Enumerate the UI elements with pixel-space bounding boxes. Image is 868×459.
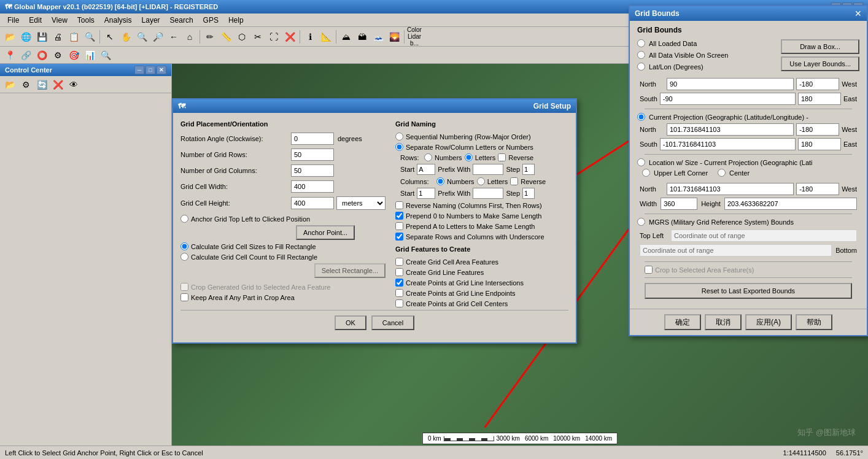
anchor-radio1-input[interactable] (180, 215, 188, 223)
cp-btn3[interactable]: 🔄 (34, 77, 49, 92)
create-pts-centers-check[interactable] (395, 299, 403, 307)
proj-east-input[interactable] (798, 138, 841, 150)
cols-input[interactable] (291, 164, 334, 177)
cancel-button[interactable]: Cancel (371, 315, 414, 330)
loc-west-input[interactable] (796, 183, 839, 195)
zoom-out-btn[interactable]: 🔎 (150, 29, 165, 44)
cp-btn4[interactable]: ❌ (50, 77, 65, 92)
print-btn[interactable]: 🖨 (50, 29, 65, 44)
grid-bounds-close-btn[interactable]: ✕ (854, 9, 862, 18)
select-rect-btn[interactable]: Select Rectangle... (314, 263, 386, 278)
unit-select[interactable]: meters feet km (336, 196, 386, 210)
zoom-in-btn[interactable]: 🔍 (134, 29, 149, 44)
latlon-radio[interactable] (637, 63, 645, 71)
gb-apply-btn[interactable]: 应用(A) (745, 314, 792, 330)
anchor-point-btn[interactable]: Anchor Point... (296, 225, 355, 240)
terrain3-btn[interactable]: 🗻 (371, 29, 386, 44)
cp-btn1[interactable]: 📂 (2, 77, 17, 92)
rows-reverse-check[interactable] (498, 153, 506, 161)
terrain2-btn[interactable]: 🏔 (355, 29, 370, 44)
separate-check[interactable] (395, 233, 403, 241)
line-btn[interactable]: 📏 (219, 29, 233, 44)
cols-numbers-radio[interactable] (436, 177, 444, 185)
toolbar-btn5[interactable]: 📋 (66, 29, 81, 44)
prepend0-check[interactable] (395, 212, 403, 220)
menu-gps[interactable]: GPS (198, 15, 223, 26)
tb2-4[interactable]: ⚙ (50, 48, 65, 63)
toolbar-btn6[interactable]: 🔍 (82, 29, 97, 44)
center-radio[interactable] (718, 169, 726, 177)
measure-btn[interactable]: 📐 (319, 29, 333, 44)
tb2-2[interactable]: 🔗 (18, 48, 33, 63)
loc-north-input[interactable] (667, 183, 794, 195)
proj-south-input[interactable] (660, 138, 796, 150)
anchor-radio3-input[interactable] (180, 253, 188, 261)
cols-step-input[interactable] (522, 188, 535, 199)
toolbar-edit1[interactable]: ⛶ (266, 29, 281, 44)
lat-north-input[interactable] (667, 78, 794, 90)
ok-button[interactable]: OK (335, 315, 366, 330)
menu-help[interactable]: Help (223, 15, 249, 26)
mgrs-radio[interactable] (637, 218, 645, 226)
rows-letters-radio[interactable] (465, 153, 473, 161)
cols-letters-radio[interactable] (477, 177, 485, 185)
crop-checkbox[interactable] (180, 283, 188, 291)
rows-prefix-input[interactable] (473, 164, 503, 175)
create-pts-intersect-check[interactable] (395, 279, 403, 287)
width-input[interactable] (661, 198, 697, 210)
current-proj-radio[interactable] (637, 113, 645, 121)
menu-layer[interactable]: Layer (137, 15, 165, 26)
reverse-check[interactable] (395, 201, 403, 209)
cols-prefix-input[interactable] (473, 188, 503, 199)
cell-height-input[interactable] (291, 197, 334, 209)
menu-search[interactable]: Search (165, 15, 198, 26)
all-loaded-radio[interactable] (637, 39, 645, 47)
cols-start-input[interactable] (417, 188, 435, 199)
cp-btn2[interactable]: ⚙ (18, 77, 33, 92)
loc-size-radio[interactable] (637, 158, 645, 166)
tb2-3[interactable]: ⭕ (34, 48, 49, 63)
globe-btn[interactable]: 🌐 (18, 29, 33, 44)
poly-btn[interactable]: ⬡ (234, 29, 249, 44)
anchor-radio2-input[interactable] (180, 242, 188, 250)
proj-west-input[interactable] (796, 123, 839, 136)
seq-radio-input[interactable] (395, 133, 403, 141)
menu-view[interactable]: View (47, 15, 72, 26)
create-line-check[interactable] (395, 268, 403, 276)
open-btn[interactable]: 📂 (2, 29, 17, 44)
color-btn[interactable]: Color Lidar b... (407, 29, 422, 44)
sep-radio-input[interactable] (395, 143, 403, 151)
menu-tools[interactable]: Tools (72, 15, 99, 26)
tb2-5[interactable]: 🎯 (66, 48, 81, 63)
terrain1-btn[interactable]: ⛰ (339, 29, 354, 44)
upper-left-radio[interactable] (642, 169, 650, 177)
gb-help-btn[interactable]: 帮助 (796, 314, 832, 330)
rows-start-input[interactable] (417, 164, 435, 175)
all-visible-radio[interactable] (637, 51, 645, 59)
lat-south-input[interactable] (660, 93, 796, 105)
keep-checkbox[interactable] (180, 293, 188, 301)
rows-input[interactable] (291, 148, 334, 161)
proj-north-input[interactable] (667, 123, 794, 136)
use-layer-btn[interactable]: Use Layer Bounds... (781, 56, 859, 71)
create-pts-endpoints-check[interactable] (395, 289, 403, 297)
tb2-6[interactable]: 📊 (82, 48, 97, 63)
rows-numbers-radio[interactable] (424, 153, 432, 161)
cell-width-input[interactable] (291, 180, 334, 193)
tb2-search[interactable]: 🔍 (98, 48, 113, 63)
crop-feature-check[interactable] (645, 266, 653, 274)
rotation-input[interactable] (291, 133, 334, 145)
cp-close[interactable]: ✕ (157, 66, 166, 74)
info-btn[interactable]: ℹ (303, 29, 317, 44)
gb-ok-btn[interactable]: 确定 (664, 314, 701, 330)
save-btn[interactable]: 💾 (34, 29, 49, 44)
del-btn[interactable]: ✂ (250, 29, 265, 44)
reset-btn[interactable]: Reset to Last Exported Bounds (645, 283, 852, 299)
menu-edit[interactable]: Edit (24, 15, 47, 26)
toolbar-edit2[interactable]: ❌ (282, 29, 297, 44)
gb-cancel-btn[interactable]: 取消 (705, 314, 742, 330)
draw-btn[interactable]: ✏ (203, 29, 217, 44)
menu-analysis[interactable]: Analysis (99, 15, 137, 26)
hand-btn[interactable]: ✋ (118, 29, 133, 44)
home-btn[interactable]: ⌂ (182, 29, 197, 44)
